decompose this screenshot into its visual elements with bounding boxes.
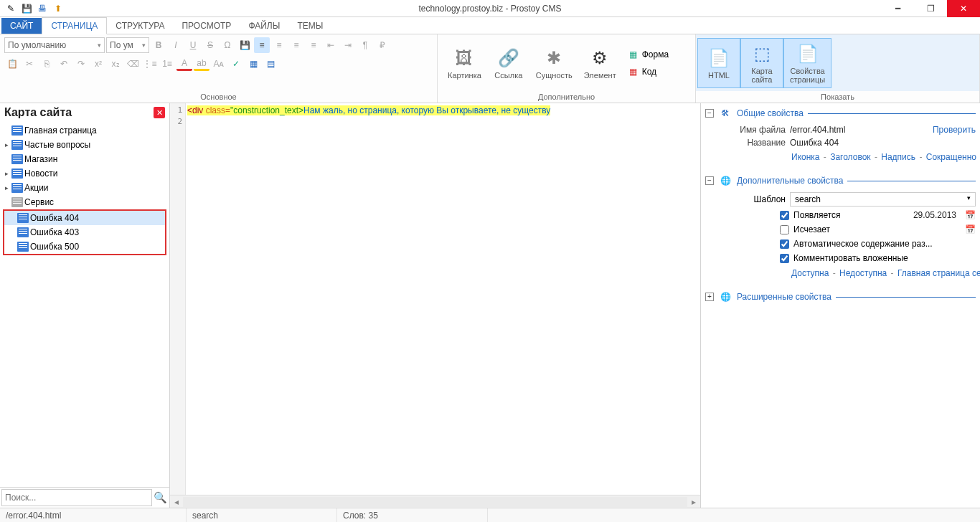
property-link[interactable]: Заголовок [830, 152, 870, 162]
font-color-icon[interactable]: A [176, 57, 192, 71]
code-button[interactable]: ▦Код [625, 64, 672, 80]
style-combo[interactable]: По умолчанию▾ [4, 37, 105, 53]
disappears-checkbox[interactable] [780, 225, 789, 234]
pageprops-button[interactable]: 📄Свойства страницы [783, 38, 831, 88]
picture-button[interactable]: 🖼Картинка [442, 38, 487, 88]
align-right-icon[interactable]: ≡ [288, 37, 304, 53]
globe-icon: 🌐 [718, 290, 732, 304]
sidebar-item[interactable]: ▸Акции [0, 181, 169, 195]
sidebar-item[interactable]: Магазин [0, 152, 169, 166]
maximize-button[interactable]: ❐ [914, 0, 947, 17]
appears-date[interactable]: 29.05.2013 [913, 210, 956, 220]
sidebar-item[interactable]: ▸Новости [0, 166, 169, 181]
tab-preview[interactable]: ПРОСМОТР [173, 18, 240, 34]
align-left-icon[interactable]: ≡ [254, 37, 270, 53]
calendar-icon[interactable]: 📅 [965, 224, 976, 234]
element-button[interactable]: ⚙Элемент [578, 38, 622, 88]
close-button[interactable]: ✕ [947, 0, 980, 17]
scroll-left-icon[interactable]: ◂ [170, 497, 183, 507]
template-select[interactable]: search▾ [790, 192, 976, 207]
spellcheck-icon[interactable]: ✓ [228, 56, 244, 72]
redo-icon[interactable]: ↷ [73, 56, 89, 72]
tab-structure[interactable]: СТРУКТУРА [107, 18, 173, 34]
search-icon[interactable]: 🔍 [152, 491, 168, 504]
property-link[interactable]: Надпись [881, 152, 915, 162]
indent-inc-icon[interactable]: ⇥ [340, 37, 356, 53]
pilcrow-icon[interactable]: ¶ [357, 37, 373, 53]
entity-button[interactable]: ✱Сущность [530, 38, 578, 88]
align-justify-icon[interactable]: ≡ [306, 37, 321, 53]
tab-files[interactable]: ФАЙЛЫ [240, 18, 288, 34]
tools-icon[interactable]: ⬆ [52, 2, 65, 15]
subscript-icon[interactable]: x₂ [108, 56, 123, 72]
property-link[interactable]: Недоступна [839, 268, 887, 278]
save-disk-icon[interactable]: 💾 [237, 37, 253, 53]
property-link[interactable]: Иконка [791, 152, 820, 162]
superscript-icon[interactable]: x² [90, 56, 106, 72]
sidebar-item[interactable]: ▸Частые вопросы [0, 138, 169, 152]
minimize-button[interactable]: ━ [881, 0, 914, 17]
clear-format-icon[interactable]: ⌫ [125, 56, 141, 72]
code-editor[interactable]: 12 <div class="construction_text>Нам жал… [170, 103, 700, 508]
sidebar-item[interactable]: Главная страница [0, 123, 169, 138]
sidebar-item-error[interactable]: Ошибка 403 [4, 225, 165, 239]
tab-page[interactable]: СТРАНИЦА [42, 17, 107, 34]
property-link[interactable]: Сокращенно [926, 152, 976, 162]
grid-icon[interactable]: ▤ [263, 56, 278, 72]
check-link[interactable]: Проверить [933, 125, 976, 135]
search-input[interactable] [1, 489, 152, 506]
tab-file[interactable]: САЙТ [1, 18, 42, 34]
html-button[interactable]: 📄HTML [697, 38, 740, 88]
advanced-props-header[interactable]: + 🌐 Расширенные свойства [705, 290, 976, 304]
sidebar-item[interactable]: Сервис [0, 195, 169, 209]
ollist-icon[interactable]: 1≡ [159, 56, 175, 72]
collapse-icon[interactable]: − [705, 109, 714, 118]
scroll-right-icon[interactable]: ▸ [687, 497, 700, 507]
sidebar-close-icon[interactable]: ✕ [154, 107, 165, 118]
strike-icon[interactable]: S [202, 37, 218, 53]
status-path: /error.404.html [0, 508, 187, 522]
font-size-icon[interactable]: Aᴀ [211, 56, 227, 72]
align-center-icon[interactable]: ≡ [271, 37, 287, 53]
ruble-icon[interactable]: ₽ [374, 37, 390, 53]
appears-checkbox[interactable] [780, 211, 789, 220]
link-button[interactable]: 🔗Ссылка [487, 38, 530, 88]
name-value[interactable]: Ошибка 404 [790, 138, 839, 148]
form-button[interactable]: ▦Форма [625, 47, 672, 62]
property-link[interactable]: Доступна [791, 268, 829, 278]
omega-icon[interactable]: Ω [220, 37, 235, 53]
indent-dec-icon[interactable]: ⇤ [323, 37, 339, 53]
calendar-icon[interactable]: 📅 [965, 210, 976, 220]
tab-themes[interactable]: ТЕМЫ [288, 18, 331, 34]
highlight-icon[interactable]: ab [194, 57, 209, 71]
property-link[interactable]: Главная страница серии [897, 268, 980, 278]
bold-icon[interactable]: B [151, 37, 166, 53]
main-area: Карта сайта ✕ Главная страница▸Частые во… [0, 103, 980, 508]
code-content[interactable]: <div class="construction_text>Нам жаль, … [186, 103, 700, 495]
print-icon[interactable]: 🖶 [36, 2, 49, 15]
horizontal-scrollbar[interactable]: ◂ ▸ [170, 495, 700, 508]
italic-icon[interactable]: I [168, 37, 184, 53]
expand-icon[interactable]: + [705, 293, 714, 301]
ullist-icon[interactable]: ⋮≡ [142, 56, 158, 72]
ribbon-group-extra: 🖼Картинка 🔗Ссылка ✱Сущность ⚙Элемент ▦Фо… [438, 34, 696, 103]
save-icon[interactable]: 💾 [20, 2, 33, 15]
general-props-header[interactable]: − 🛠 Общие свойства [705, 106, 976, 120]
comment-nested-checkbox[interactable] [780, 254, 789, 263]
sitemap-button[interactable]: ⬚Карта сайта [740, 38, 783, 88]
filename-value[interactable]: /error.404.html [790, 125, 845, 135]
copy-icon[interactable]: ⎘ [39, 56, 55, 72]
underline-icon[interactable]: U [185, 37, 201, 53]
collapse-icon[interactable]: − [705, 176, 714, 185]
cut-icon[interactable]: ✂ [22, 56, 37, 72]
sidebar-item-error[interactable]: Ошибка 500 [4, 239, 165, 254]
paste-icon[interactable]: 📋 [4, 56, 20, 72]
sidebar-item-error[interactable]: Ошибка 404 [4, 211, 165, 225]
group-extra-label: Дополнительно [438, 91, 695, 103]
table-icon[interactable]: ▦ [245, 56, 261, 72]
font-combo[interactable]: По ум▾ [106, 37, 149, 53]
undo-icon[interactable]: ↶ [56, 56, 72, 72]
extra-props-header[interactable]: − 🌐 Дополнительные свойства [705, 174, 976, 188]
code-icon: ▦ [628, 66, 639, 77]
autocontent-checkbox[interactable] [780, 239, 789, 249]
